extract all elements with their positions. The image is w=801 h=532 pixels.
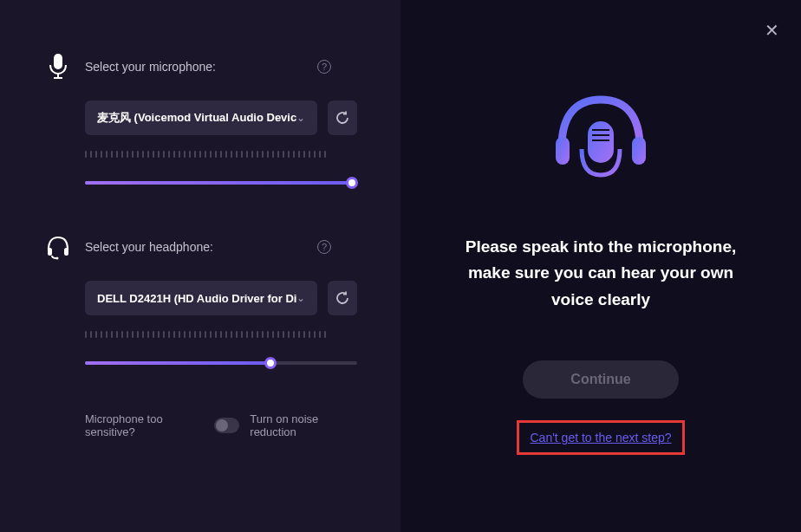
headphone-icon [43, 232, 73, 262]
microphone-label: Select your microphone: [85, 60, 317, 74]
headphone-select[interactable]: DELL D2421H (HD Audio Driver for Display… [85, 281, 317, 315]
close-button[interactable]: ✕ [765, 22, 779, 39]
microphone-level-meter [85, 151, 357, 158]
microphone-select[interactable]: 麦克风 (Voicemod Virtual Audio Device (WD ⌄ [85, 101, 317, 135]
microphone-section: Select your microphone: ? 麦克风 (Voicemod … [43, 52, 357, 189]
headphone-label: Select your headphone: [85, 240, 317, 254]
headphone-help-icon[interactable]: ? [317, 240, 331, 254]
microphone-icon [43, 52, 73, 81]
headphone-refresh-button[interactable] [328, 281, 357, 315]
headphone-level-meter [85, 331, 357, 338]
noise-reduction-toggle[interactable] [214, 418, 239, 433]
svg-rect-7 [632, 137, 646, 165]
headphone-volume-slider[interactable] [85, 357, 357, 369]
svg-rect-8 [588, 121, 614, 163]
svg-point-5 [56, 257, 59, 260]
refresh-icon [335, 290, 350, 306]
help-link[interactable]: Can't get to the next step? [530, 431, 671, 444]
noise-reduction-question: Microphone too sensitive? [85, 412, 204, 438]
refresh-icon [335, 110, 350, 126]
chevron-down-icon: ⌄ [296, 112, 305, 124]
svg-rect-6 [556, 137, 570, 165]
continue-button[interactable]: Continue [523, 360, 679, 399]
headphone-select-value: DELL D2421H (HD Audio Driver for Display… [97, 292, 296, 305]
svg-rect-3 [48, 248, 52, 256]
settings-panel: Select your microphone: ? 麦克风 (Voicemod … [0, 0, 400, 532]
noise-reduction-action: Turn on noise reduction [250, 412, 357, 438]
svg-rect-4 [64, 248, 68, 256]
help-link-highlight: Can't get to the next step? [517, 420, 684, 455]
noise-reduction-row: Microphone too sensitive? Turn on noise … [85, 412, 357, 438]
instruction-text: Please speak into the microphone, make s… [462, 234, 739, 313]
microphone-headphone-illustration [540, 87, 661, 208]
chevron-down-icon: ⌄ [296, 292, 305, 304]
instruction-panel: ✕ Please speak [400, 0, 801, 532]
microphone-refresh-button[interactable] [328, 101, 357, 135]
microphone-help-icon[interactable]: ? [317, 60, 331, 74]
microphone-volume-slider[interactable] [85, 177, 357, 189]
microphone-select-value: 麦克风 (Voicemod Virtual Audio Device (WD [97, 110, 296, 126]
svg-rect-0 [54, 54, 62, 69]
headphone-section: Select your headphone: ? DELL D2421H (HD… [43, 232, 357, 369]
